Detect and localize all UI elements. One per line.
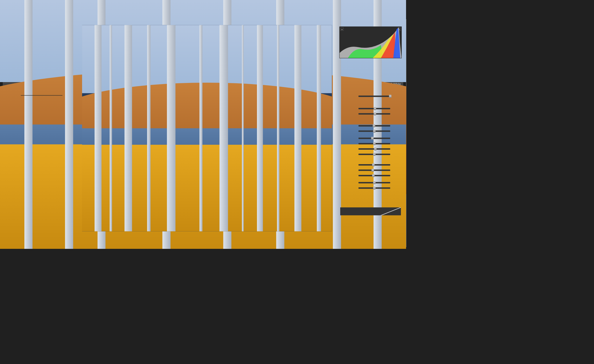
temp-slider[interactable] [358, 108, 390, 109]
image-canvas[interactable] [82, 25, 332, 231]
saturation-slider[interactable] [358, 187, 390, 189]
exposure-slider[interactable] [358, 125, 390, 126]
svg-line-14 [340, 207, 401, 215]
image-canvas-frame [79, 21, 336, 235]
histogram-graph[interactable]: ▲ ▲ [339, 27, 402, 58]
tonecurve-graph[interactable] [340, 207, 401, 215]
dehaze-slider[interactable] [358, 175, 390, 176]
profile-amount-slider[interactable] [358, 95, 390, 97]
clarity-slider[interactable] [358, 169, 390, 171]
tint-slider[interactable] [358, 113, 390, 115]
texture-slider[interactable] [358, 164, 390, 166]
left-panel: ▼ Navigator FIT ⌃ 100% 50% ⌃ Preset : [3, 19, 76, 247]
vibrance-slider[interactable] [358, 182, 390, 183]
shadows-slider[interactable] [358, 143, 390, 144]
center-area: ▾ ▾ Soft Proofing ▾ [76, 19, 338, 247]
highlights-slider[interactable] [358, 137, 390, 139]
preset-amount-slider[interactable] [21, 95, 63, 95]
contrast-slider[interactable] [358, 130, 390, 132]
blacks-slider[interactable] [358, 153, 390, 155]
whites-slider[interactable] [358, 148, 390, 150]
navigator-thumbnail[interactable] [7, 32, 72, 79]
